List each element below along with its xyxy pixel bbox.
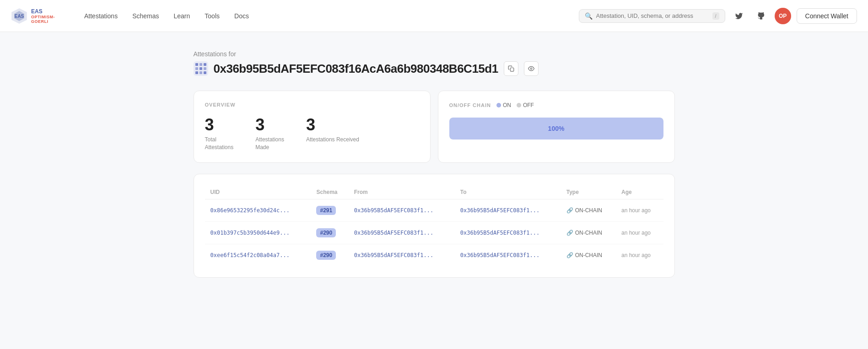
table-body: 0x86e96532295fe30d24c... #291 0x36b95B5d… (205, 199, 663, 266)
stat-total-value: 3 (205, 117, 234, 133)
stat-made-value: 3 (255, 117, 284, 133)
from-link-3[interactable]: 0x36b95B5dAF5EFC083f1... (354, 252, 433, 258)
stat-total-label: TotalAttestations (205, 136, 234, 151)
svg-rect-12 (204, 71, 206, 74)
from-link-2[interactable]: 0x36b95B5dAF5EFC083f1... (354, 230, 433, 236)
header: EAS EAS OPTIMISM- GOERLI Attestations Sc… (0, 0, 868, 32)
cards-row: OVERVIEW 3 TotalAttestations 3 Attestati… (194, 91, 675, 163)
to-link-1[interactable]: 0x36b95B5dAF5EFC083f1... (460, 207, 539, 214)
svg-rect-5 (199, 63, 202, 66)
nav-schemas[interactable]: Schemas (132, 12, 159, 20)
eas-logo-icon: EAS (11, 8, 27, 24)
table-row: 0x01b397c5b3950d644e9... #290 0x36b95B5d… (205, 221, 663, 244)
progress-bar-fill: 100% (449, 118, 663, 140)
chain-link-icon-1: 🔗 (566, 207, 573, 214)
svg-rect-10 (195, 71, 198, 74)
address-display: 0x36b95B5dAF5EFC083f16AcA6a6b980348B6C15… (214, 62, 498, 76)
github-icon-btn[interactable] (753, 8, 769, 24)
progress-label: 100% (548, 125, 565, 132)
uid-link-3[interactable]: 0xee6f15c54f2c08a04a7... (210, 252, 290, 258)
svg-text:EAS: EAS (15, 14, 24, 19)
nav-attestations[interactable]: Attestations (84, 12, 118, 20)
schema-badge-3[interactable]: #290 (316, 251, 336, 260)
svg-point-14 (530, 68, 532, 70)
stat-made-label: AttestationsMade (255, 136, 284, 151)
overview-card: OVERVIEW 3 TotalAttestations 3 Attestati… (194, 91, 431, 163)
search-icon: 🔍 (585, 12, 593, 20)
to-link-3[interactable]: 0x36b95B5dAF5EFC083f1... (460, 252, 539, 258)
main-content: Attestations for 0x36b95B5dAF5EFC083f16A… (183, 32, 686, 296)
stat-received: 3 Attestations Received (306, 117, 359, 151)
legend-on: ON (496, 102, 511, 108)
to-link-2[interactable]: 0x36b95B5dAF5EFC083f1... (460, 230, 539, 236)
legend-on-dot (496, 103, 501, 107)
col-schema: Schema (311, 185, 348, 199)
uid-link-1[interactable]: 0x86e96532295fe30d24c... (210, 207, 290, 214)
logo-text: EAS OPTIMISM- GOERLI (31, 8, 55, 24)
eye-icon (528, 65, 534, 72)
attestations-for-label: Attestations for (194, 50, 675, 58)
search-bar[interactable]: 🔍 / (579, 9, 725, 23)
address-row: 0x36b95B5dAF5EFC083f16AcA6a6b980348B6C15… (194, 61, 675, 76)
view-address-button[interactable] (524, 61, 539, 76)
copy-address-button[interactable] (504, 61, 518, 76)
main-nav: Attestations Schemas Learn Tools Docs (84, 12, 579, 20)
type-badge-1: 🔗 ON-CHAIN (566, 207, 610, 214)
address-identicon (194, 61, 208, 76)
svg-rect-8 (199, 67, 202, 70)
age-1: an hour ago (621, 207, 651, 214)
progress-bar-container: 100% (449, 118, 663, 140)
type-badge-2: 🔗 ON-CHAIN (566, 230, 610, 236)
stat-received-label: Attestations Received (306, 136, 359, 144)
stat-total: 3 TotalAttestations (205, 117, 234, 151)
uid-link-2[interactable]: 0x01b397c5b3950d644e9... (210, 230, 290, 236)
logo[interactable]: EAS EAS OPTIMISM- GOERLI (11, 8, 66, 24)
search-input[interactable] (596, 12, 709, 19)
chain-link-icon-2: 🔗 (566, 230, 573, 236)
twitter-icon (735, 12, 743, 20)
chain-card-header: ON/OFF CHAIN ON OFF (449, 102, 663, 108)
type-label-3: ON-CHAIN (575, 252, 602, 258)
copy-icon (508, 65, 514, 72)
svg-rect-13 (510, 68, 514, 71)
chain-card-title: ON/OFF CHAIN (449, 102, 491, 108)
table-row: 0xee6f15c54f2c08a04a7... #290 0x36b95B5d… (205, 244, 663, 266)
nav-tools[interactable]: Tools (205, 12, 220, 20)
legend-off-label: OFF (523, 102, 534, 108)
type-badge-3: 🔗 ON-CHAIN (566, 252, 610, 258)
schema-badge-2[interactable]: #290 (316, 228, 336, 237)
stat-made: 3 AttestationsMade (255, 117, 284, 151)
legend-off: OFF (517, 102, 534, 108)
col-age: Age (616, 185, 663, 199)
col-uid: UID (205, 185, 311, 199)
type-label-2: ON-CHAIN (575, 230, 602, 236)
chain-card: ON/OFF CHAIN ON OFF 100% (438, 91, 675, 163)
svg-rect-7 (195, 67, 198, 70)
github-icon (757, 12, 765, 20)
search-shortcut: / (712, 12, 719, 20)
from-link-1[interactable]: 0x36b95B5dAF5EFC083f1... (354, 207, 433, 214)
age-2: an hour ago (621, 230, 651, 236)
attestations-table: UID Schema From To Type Age 0x86e9653229… (205, 185, 663, 266)
stat-received-value: 3 (306, 117, 359, 133)
nav-learn[interactable]: Learn (174, 12, 190, 20)
schema-badge-1[interactable]: #291 (316, 206, 336, 215)
age-3: an hour ago (621, 252, 651, 258)
table-head: UID Schema From To Type Age (205, 185, 663, 199)
type-label-1: ON-CHAIN (575, 207, 602, 214)
col-to: To (455, 185, 561, 199)
svg-rect-6 (204, 63, 206, 66)
twitter-icon-btn[interactable] (731, 8, 747, 24)
svg-rect-11 (199, 71, 202, 74)
stats-row: 3 TotalAttestations 3 AttestationsMade 3… (205, 117, 419, 151)
nav-docs[interactable]: Docs (234, 12, 249, 20)
col-type: Type (561, 185, 616, 199)
legend-off-dot (517, 103, 521, 107)
avatar[interactable]: OP (775, 8, 791, 24)
chain-legend: ON OFF (496, 102, 534, 108)
chain-link-icon-3: 🔗 (566, 252, 573, 258)
col-from: From (349, 185, 455, 199)
table-row: 0x86e96532295fe30d24c... #291 0x36b95B5d… (205, 199, 663, 221)
connect-wallet-button[interactable]: Connect Wallet (797, 8, 857, 24)
svg-rect-4 (195, 63, 198, 66)
